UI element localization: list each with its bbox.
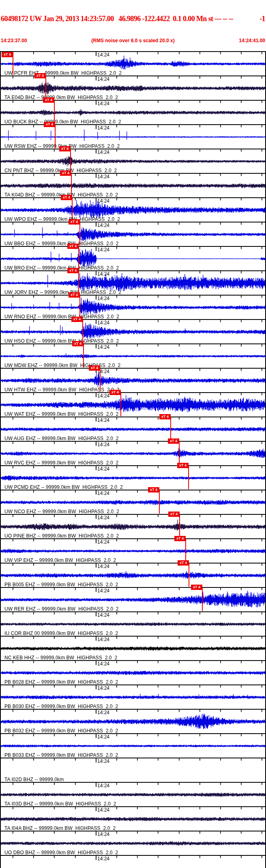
pick-flag[interactable]: xT 4 [43, 97, 54, 103]
trace-row[interactable]: 14:24CN PNT BHZ -- 99999.0km BW HIGHPASS… [1, 149, 265, 173]
trace-row[interactable]: 14:24PB B032 EHZ -- 99999.0km BW HIGHPAS… [1, 709, 265, 733]
time-tick-label: 14:24 [97, 271, 109, 277]
trace-label: UW PCFR EHZ -- 99999.0km BW HIGHPASS 2.0… [4, 70, 122, 76]
pick-line[interactable] [185, 539, 186, 562]
pick-line[interactable] [120, 393, 121, 416]
event-summary-line: 60498172 UW Jan 29, 2013 14:23:57.00 46.… [1, 15, 265, 23]
time-tick-label: 14:24 [97, 222, 109, 228]
pick-flag[interactable]: xT 4 [71, 317, 83, 322]
pick-line[interactable] [83, 344, 84, 367]
trace-row[interactable]: 14:24UW RVC EHZ -- 99999.0km BW HIGHPASS… [1, 441, 265, 465]
pick-flag[interactable]: xT 4 [60, 171, 71, 176]
trace-row[interactable]: 14:24PB B030 EHZ -- 99999.0km BW HIGHPAS… [1, 684, 265, 709]
pick-line[interactable] [79, 222, 80, 246]
pick-line[interactable] [45, 76, 46, 99]
pick-flag[interactable]: xT 4 [69, 219, 80, 225]
pick-line[interactable] [71, 174, 72, 197]
pick-flag[interactable]: xT 4 [109, 390, 121, 395]
trace-row[interactable]: 14:24UW PCFR EHZ -- 99999.0km BW HIGHPAS… [1, 52, 265, 76]
pick-line[interactable] [189, 564, 189, 587]
trace-label: UW WPO EHZ -- 99999.0km BW HIGHPASS 2.0 … [4, 216, 120, 222]
waveform-canvas[interactable] [1, 856, 265, 868]
pick-flag[interactable]: xT 4 [72, 341, 84, 346]
trace-row[interactable]: 14:24PB B033 EHZ -- 99999.0km BW HIGHPAS… [1, 733, 265, 758]
pick-line[interactable] [170, 417, 171, 440]
trace-row[interactable]: 14:24UW WPO EHZ -- 99999.0km BW HIGHPASS… [1, 197, 265, 222]
pick-line[interactable] [82, 320, 83, 343]
pick-flag[interactable]: xT 4 [168, 512, 180, 517]
trace-row[interactable]: 14:24UW RER EHZ -- 99999.0km BW HIGHPASS… [1, 587, 265, 611]
trace-label: NC KEB HHZ -- 99999.0km BW HIGHPASS 2.0 … [4, 655, 117, 661]
pick-line[interactable] [78, 271, 79, 294]
trace-row[interactable]: 14:24NC KEB HHZ -- 99999.0km BW HIGHPASS… [1, 636, 265, 660]
pick-line[interactable] [188, 466, 189, 489]
trace-label: TA I04A BHZ -- 99999.0km BW HIGHPASS 2.0… [4, 825, 116, 831]
pick-flag[interactable]: xT 4 [191, 585, 202, 590]
pick-flag[interactable]: xT 4 [174, 536, 186, 541]
trace-row[interactable]: 14:24TA K04D BHZ -- 99999.0km BW HIGHPAS… [1, 173, 265, 197]
trace-row[interactable]: 14:24UW AUG EHZ -- 99999.0km BW HIGHPASS… [1, 417, 265, 441]
time-tick-label: 14:24 [97, 734, 109, 740]
trace-row[interactable]: 14:24UO BUCK BHZ -- 99999.0km BW HIGHPAS… [1, 100, 265, 124]
trace-label: PB B032 EHZ -- 99999.0km BW HIGHPASS 2.0… [4, 728, 118, 734]
trace-label: UW BBO EHZ -- 99999.0km BW HIGHPASS 2.0 … [4, 241, 119, 246]
trace-row[interactable]: 14:24PB B005 EHZ -- 99999.0km BW HIGHPAS… [1, 563, 265, 587]
pick-line[interactable] [202, 588, 203, 611]
pick-flag[interactable]: xT 4 [67, 244, 79, 249]
trace-row[interactable]: 14:24TA E04D BHZ -- 99999.0km BW HIGHPAS… [1, 76, 265, 100]
trace-row[interactable]: 14:24PB B028 EHZ -- 99999.0km BW HIGHPAS… [1, 660, 265, 684]
trace-row[interactable]: 14:24UW MDW EHZ -- 99999.0km BW HIGHPASS… [1, 343, 265, 368]
time-tick-label: 14:24 [97, 612, 109, 618]
pick-flag[interactable]: xT 4 [89, 365, 100, 371]
time-tick-label: 14:24 [97, 247, 109, 253]
trace-row[interactable]: 14:24UW BBO EHZ -- 99999.0km BW HIGHPASS… [1, 222, 265, 246]
pick-flag[interactable]: xT 4 [178, 560, 189, 566]
pick-line[interactable] [159, 490, 160, 514]
trace-row[interactable]: 14:24TA I03D BHZ -- 99999.0km BW HIGHPAS… [1, 782, 265, 806]
pick-line[interactable] [70, 149, 71, 173]
pick-flag[interactable]: xT 4 [148, 487, 159, 492]
trace-row[interactable]: 14:24UW VIP EHZ -- 99999.0km BW HIGHPASS… [1, 538, 265, 563]
pick-flag[interactable]: xT 4 [61, 195, 72, 200]
pick-flag[interactable]: xT 4 [44, 122, 55, 127]
time-tick-label: 14:24 [97, 539, 109, 545]
pick-line[interactable] [179, 442, 180, 465]
pick-line[interactable] [100, 369, 101, 392]
trace-row[interactable]: 14:24UW BRO EHZ -- 99999.0km BW HIGHPASS… [1, 246, 265, 270]
pick-line[interactable] [72, 198, 73, 221]
time-tick-label: 14:24 [97, 685, 109, 691]
trace-label: UW BRO EHZ -- 99999.0km BW HIGHPASS 2.0 … [4, 265, 119, 271]
trace-row[interactable]: 14:24UW NCO EHZ -- 99999.0km BW HIGHPASS… [1, 490, 265, 514]
trace-row[interactable]: 14:24UW JORV EHZ -- 99999.0km BW HIGHPAS… [1, 270, 265, 295]
pick-line[interactable] [79, 296, 80, 319]
pick-flag[interactable]: xT 4 [69, 292, 80, 298]
pick-flag[interactable]: xT 4 [177, 463, 189, 468]
trace-row[interactable]: 14:24IU COR BHZ 00 99999.0km BW HIGHPASS… [1, 611, 265, 636]
pick-flag[interactable]: xT 4 [2, 52, 13, 57]
pick-line[interactable] [54, 101, 55, 124]
trace-row[interactable]: 14:24UW HTW EHZ -- 99999.0km BW HIGHPASS… [1, 368, 265, 392]
trace-row[interactable]: 14:24UO DBO BHZ -- 99999.0km BW HIGHPASS… [1, 831, 265, 855]
trace-row[interactable]: 14:24UW HSO EHZ -- 99999.0km BW HIGHPASS… [1, 319, 265, 343]
pick-flag[interactable]: xT 4 [59, 146, 71, 151]
time-tick-label: 14:24 [97, 807, 109, 813]
trace-label: UW HSO EHZ -- 99999.0km BW HIGHPASS 2.0 … [4, 338, 119, 344]
trace-row[interactable]: 14:24UW WAT EHZ -- 99999.0km BW HIGHPASS… [1, 392, 265, 417]
trace-row[interactable]: 14:24UW RNO EHZ -- 99999.0km BW HIGHPASS… [1, 295, 265, 319]
trace-label: UO BUCK BHZ -- 99999.0km BW HIGHPASS 2.0… [4, 119, 121, 125]
pick-line[interactable] [55, 125, 56, 148]
pick-line[interactable] [179, 515, 180, 538]
trace-row[interactable]: 14:24TA I04A BHZ -- 99999.0km BW HIGHPAS… [1, 806, 265, 831]
pick-line[interactable] [78, 247, 79, 270]
trace-row[interactable]: 14:24UW RSW EHZ -- 99999.0km BW HIGHPASS… [1, 124, 265, 149]
pick-flag[interactable]: xT 4 [67, 268, 79, 273]
pick-flag[interactable]: xT 4 [34, 73, 46, 78]
time-tick-label: 14:24 [97, 831, 109, 837]
trace-label: PB B033 EHZ -- 99999.0km BW HIGHPASS 2.0… [4, 752, 118, 758]
trace-row[interactable]: 14:24UW PCMD EHZ -- 99999.0km BW HIGHPAS… [1, 465, 265, 490]
pick-flag[interactable]: xT 4 [159, 414, 171, 419]
trace-row[interactable]: 14:24UO PINE BHZ -- 99999.0km BW HIGHPAS… [1, 514, 265, 538]
pick-flag[interactable]: xT 4 [168, 438, 179, 444]
trace-row[interactable]: 14:24TA I02D BHZ -- 99999.0km [1, 758, 265, 782]
trace-row[interactable]: 14:24UW BLOW BHZ -- 99999.0km [1, 855, 265, 868]
